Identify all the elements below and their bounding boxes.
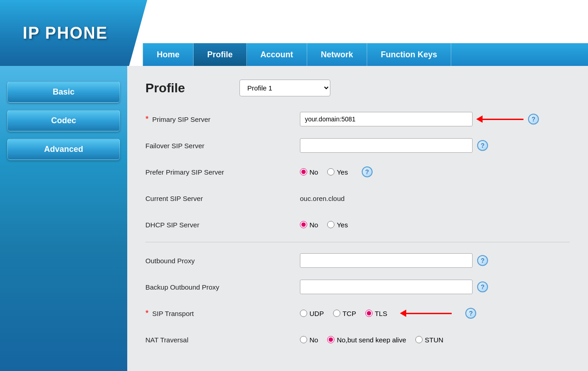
outbound-proxy-input[interactable] bbox=[300, 253, 473, 268]
content-area: Profile Profile 1 Profile 2 Profile 3 Pr… bbox=[127, 66, 588, 371]
current-sip-server-label: Current SIP Server bbox=[145, 195, 300, 202]
nav-network[interactable]: Network bbox=[307, 43, 367, 66]
divider bbox=[145, 242, 570, 242]
nav-home[interactable]: Home bbox=[143, 43, 194, 66]
nat-traversal-row: NAT Traversal No No,but send keep alive … bbox=[145, 331, 570, 349]
current-sip-server-row: Current SIP Server ouc.oren.cloud bbox=[145, 189, 570, 207]
sip-transport-arrow-annotation bbox=[400, 310, 452, 317]
prefer-primary-sip-options: No Yes ? bbox=[300, 166, 373, 177]
prefer-primary-sip-yes[interactable]: Yes bbox=[327, 168, 348, 176]
nat-traversal-keep-alive[interactable]: No,but send keep alive bbox=[327, 336, 406, 344]
main-container: Basic Codec Advanced Profile Profile 1 P… bbox=[0, 66, 588, 371]
nat-traversal-options: No No,but send keep alive STUN bbox=[300, 336, 443, 344]
sidebar-item-basic[interactable]: Basic bbox=[7, 81, 120, 103]
backup-outbound-proxy-row: Backup Outbound Proxy ? bbox=[145, 278, 570, 296]
backup-outbound-proxy-input[interactable] bbox=[300, 280, 473, 294]
outbound-proxy-row: Outbound Proxy ? bbox=[145, 251, 570, 270]
sidebar: Basic Codec Advanced bbox=[0, 66, 127, 371]
dhcp-sip-server-label: DHCP SIP Server bbox=[145, 221, 300, 229]
nav-profile[interactable]: Profile bbox=[194, 43, 247, 66]
primary-sip-server-label: * Primary SIP Server bbox=[145, 115, 300, 124]
failover-sip-server-input[interactable] bbox=[300, 138, 473, 153]
primary-sip-arrow-annotation bbox=[476, 115, 523, 123]
primary-sip-help-icon[interactable]: ? bbox=[528, 114, 539, 125]
primary-sip-server-row: * Primary SIP Server ? bbox=[145, 110, 570, 128]
backup-outbound-proxy-help-icon[interactable]: ? bbox=[477, 281, 488, 292]
arrow-head bbox=[476, 115, 483, 123]
profile-select[interactable]: Profile 1 Profile 2 Profile 3 Profile 4 bbox=[239, 80, 330, 96]
sip-transport-label: * SIP Transport bbox=[145, 309, 300, 318]
dhcp-sip-no[interactable]: No bbox=[300, 221, 318, 229]
primary-sip-server-input[interactable] bbox=[300, 112, 473, 126]
required-indicator: * bbox=[145, 115, 149, 124]
failover-sip-help-icon[interactable]: ? bbox=[477, 140, 488, 151]
sip-transport-udp[interactable]: UDP bbox=[300, 310, 324, 317]
content-header: Profile Profile 1 Profile 2 Profile 3 Pr… bbox=[145, 80, 570, 96]
dhcp-sip-server-row: DHCP SIP Server No Yes bbox=[145, 216, 570, 234]
sip-transport-help-icon[interactable]: ? bbox=[465, 308, 476, 319]
prefer-primary-sip-row: Prefer Primary SIP Server No Yes ? bbox=[145, 163, 570, 181]
outbound-proxy-label: Outbound Proxy bbox=[145, 257, 300, 265]
outbound-proxy-help-icon[interactable]: ? bbox=[477, 255, 488, 266]
current-sip-server-value: ouc.oren.cloud bbox=[300, 195, 344, 202]
sip-transport-row: * SIP Transport UDP TCP TLS ? bbox=[145, 304, 570, 322]
header: IP PHONE Home Profile Account Network Fu… bbox=[0, 0, 588, 66]
sidebar-item-codec[interactable]: Codec bbox=[7, 110, 120, 131]
navigation-bar: Home Profile Account Network Function Ke… bbox=[143, 43, 588, 66]
arrow-line bbox=[483, 119, 523, 120]
page-title: Profile bbox=[145, 81, 185, 95]
nav-function-keys[interactable]: Function Keys bbox=[367, 43, 451, 66]
sip-transport-options: UDP TCP TLS ? bbox=[300, 308, 476, 319]
backup-outbound-proxy-label: Backup Outbound Proxy bbox=[145, 283, 300, 291]
nat-traversal-label: NAT Traversal bbox=[145, 336, 300, 344]
app-logo: IP PHONE bbox=[0, 24, 108, 43]
failover-sip-server-label: Failover SIP Server bbox=[145, 142, 300, 150]
sip-transport-arrow-line bbox=[406, 313, 452, 314]
nat-traversal-stun[interactable]: STUN bbox=[415, 336, 443, 344]
prefer-primary-sip-help-icon[interactable]: ? bbox=[362, 166, 373, 177]
failover-sip-server-row: Failover SIP Server ? bbox=[145, 136, 570, 155]
nav-account[interactable]: Account bbox=[247, 43, 307, 66]
nat-traversal-no[interactable]: No bbox=[300, 336, 318, 344]
sidebar-item-advanced[interactable]: Advanced bbox=[7, 139, 120, 160]
sip-transport-arrow-head bbox=[400, 310, 406, 317]
sip-transport-tls[interactable]: TLS bbox=[365, 310, 388, 317]
sip-transport-tcp[interactable]: TCP bbox=[333, 310, 356, 317]
sip-transport-required: * bbox=[145, 309, 149, 318]
prefer-primary-sip-no[interactable]: No bbox=[300, 168, 318, 176]
dhcp-sip-yes[interactable]: Yes bbox=[327, 221, 348, 229]
dhcp-sip-server-options: No Yes bbox=[300, 221, 348, 229]
prefer-primary-sip-label: Prefer Primary SIP Server bbox=[145, 168, 300, 176]
